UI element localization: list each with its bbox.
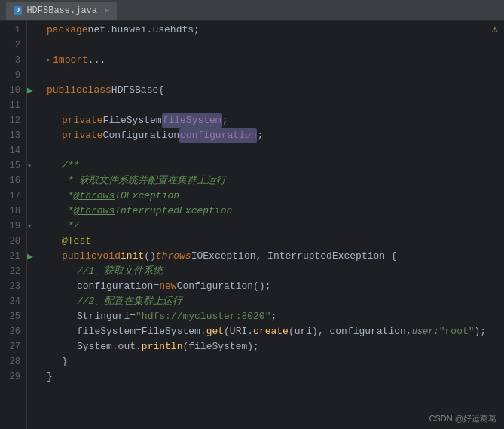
keyword: package — [47, 23, 88, 38]
comment: * — [62, 188, 74, 204]
run-gutter-icon2[interactable]: ▶ — [27, 250, 33, 262]
comment: * — [62, 204, 74, 219]
paren-close: ); — [475, 324, 487, 339]
line-num: 19 — [3, 219, 20, 234]
line-num: 15 — [3, 158, 20, 173]
line-num: 14 — [3, 143, 20, 158]
code-line: @Test — [47, 234, 504, 249]
code-line: ▸import ... — [47, 53, 504, 68]
annotation: @Test — [62, 234, 91, 249]
paren: () — [144, 249, 156, 264]
comment-tag: @throws — [74, 188, 115, 204]
exception-types: IOException, InterruptedException { — [191, 249, 397, 264]
filesystem-class: FileSystem. — [142, 324, 206, 339]
fold-icon[interactable]: ▾ — [27, 222, 32, 231]
line-num: 22 — [3, 264, 20, 279]
line-num: 17 — [3, 188, 20, 204]
semicolon: ; — [257, 128, 263, 143]
fold-triangle[interactable]: ▸ — [47, 53, 51, 68]
code-line: public class HDFSBase { — [47, 83, 504, 98]
code-line: /** — [47, 158, 504, 173]
code-line: } — [47, 354, 504, 369]
constructor: Configuration(); — [177, 279, 271, 294]
package-name: net.huawei.usehdfs; — [88, 23, 200, 38]
java-file-icon: J — [14, 6, 22, 15]
code-content: ⚠ package net.huawei.usehdfs; ▸import ..… — [41, 21, 504, 429]
class-name: HDFSBase — [111, 83, 158, 98]
comment: * 获取文件系统并配置在集群上运行 — [62, 173, 226, 188]
type: FileSystem — [103, 113, 162, 128]
code-line: } — [47, 369, 504, 385]
code-line: * 获取文件系统并配置在集群上运行 — [47, 173, 504, 188]
semicolon: ; — [270, 309, 276, 324]
sysout: System.out. — [77, 339, 142, 354]
line-num: 2 — [3, 38, 20, 53]
line-num: 16 — [3, 173, 20, 188]
code-line — [47, 38, 504, 53]
line-num: 13 — [3, 128, 20, 143]
line-num: 9 — [3, 68, 20, 83]
line-num: 12 — [3, 113, 20, 128]
keyword: throws — [156, 249, 191, 264]
keyword: private — [62, 128, 103, 143]
type: Configuration — [103, 128, 179, 143]
variable: fileSystem — [162, 113, 222, 128]
fold-icon[interactable]: ▾ — [27, 161, 32, 170]
var-assign: configuration — [77, 279, 153, 294]
code-line: private FileSystem fileSystem; — [47, 113, 504, 128]
method-call: get — [206, 324, 224, 339]
line-num: 20 — [3, 234, 20, 249]
inline-hint: user: — [412, 324, 439, 339]
method-name: init — [121, 249, 144, 264]
code-line: fileSystem = FileSystem.get(URI.create(u… — [47, 324, 504, 339]
line-num: 21 — [3, 249, 20, 264]
code-line: * @throws InterruptedException — [47, 204, 504, 219]
code-line: public void init() throws IOException, I… — [47, 249, 504, 264]
keyword: class — [82, 83, 111, 98]
equals: = — [130, 309, 136, 324]
line-num: 29 — [3, 369, 20, 385]
code-line: */ — [47, 219, 504, 234]
args: (uri), configuration, — [289, 324, 412, 339]
keyword: new — [159, 279, 176, 294]
line-num: 28 — [3, 354, 20, 369]
keyword: import — [53, 53, 88, 68]
code-line: String uri = "hdfs://mycluster:8020"; — [47, 309, 504, 324]
filesystem-var: fileSystem — [77, 324, 136, 339]
title-bar: J HDFSBase.java ✕ — [0, 0, 504, 21]
line-num: 1 — [3, 23, 20, 38]
equals: = — [136, 324, 142, 339]
keyword: private — [62, 113, 103, 128]
method-call: create — [253, 324, 289, 339]
code-line: private Configuration configuration; — [47, 128, 504, 143]
code-line — [47, 98, 504, 113]
watermark: CSDN @好运葛葛 — [429, 413, 496, 424]
equals: = — [153, 279, 159, 294]
run-gutter-icon[interactable]: ▶ — [27, 84, 33, 97]
line-num: 24 — [3, 294, 20, 309]
tab-close-icon[interactable]: ✕ — [105, 6, 109, 15]
comment-tag: @throws — [74, 204, 115, 219]
keyword: public — [47, 83, 82, 98]
close-brace: } — [47, 369, 53, 385]
keyword: public — [62, 249, 97, 264]
code-line: System.out.println(fileSystem); — [47, 339, 504, 354]
code-line: //2、配置在集群上运行 — [47, 294, 504, 309]
editor-tab[interactable]: J HDFSBase.java ✕ — [6, 2, 117, 20]
string-literal: "hdfs://mycluster:8020" — [136, 309, 270, 324]
brace: { — [158, 83, 164, 98]
line-num: 26 — [3, 324, 20, 339]
line-numbers: 1 2 3 9 10 11 12 13 14 15 16 17 18 19 20… — [0, 21, 27, 429]
string-literal: "root" — [439, 324, 475, 339]
variable: configuration — [179, 128, 257, 143]
type-string: String — [77, 309, 112, 324]
line-num: 23 — [3, 279, 20, 294]
args: (fileSystem); — [182, 339, 258, 354]
editor-area: 1 2 3 9 10 11 12 13 14 15 16 17 18 19 20… — [0, 21, 504, 429]
inline-comment: //2、配置在集群上运行 — [77, 294, 182, 309]
code-line — [47, 68, 504, 83]
comment: /** — [62, 158, 79, 173]
line-num: 25 — [3, 309, 20, 324]
code-line: configuration = new Configuration(); — [47, 279, 504, 294]
code-line: package net.huawei.usehdfs; — [47, 23, 504, 38]
